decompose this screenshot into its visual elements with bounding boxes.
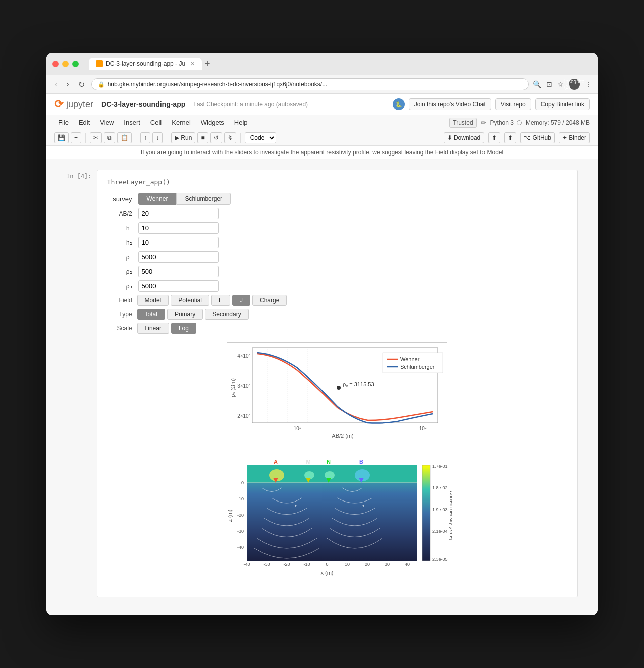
menu-edit[interactable]: Edit bbox=[75, 117, 94, 128]
toolbar: 💾 + ✂ ⧉ 📋 ↑ ↓ ▶ Run ■ ↺ ↯ Code ⬇ Downloa… bbox=[46, 130, 598, 146]
minimize-button[interactable] bbox=[62, 61, 69, 67]
back-button[interactable]: ‹ bbox=[52, 79, 60, 90]
svg-text:2.3e-05: 2.3e-05 bbox=[432, 557, 448, 562]
svg-text:ρₐ (Ωm): ρₐ (Ωm) bbox=[230, 378, 236, 397]
refresh-button[interactable]: ↻ bbox=[76, 79, 87, 90]
traffic-lights bbox=[52, 61, 79, 67]
bookmark-icon[interactable]: ☆ bbox=[557, 80, 564, 88]
nav-icons: 🔍 ⊡ ☆ Incognito (2) ⋮ bbox=[533, 79, 592, 90]
svg-text:0: 0 bbox=[326, 562, 329, 567]
search-icon[interactable]: 🔍 bbox=[533, 80, 541, 88]
svg-text:-30: -30 bbox=[237, 529, 244, 534]
upload-button[interactable]: ⬆ bbox=[488, 132, 500, 143]
stop-button[interactable]: ■ bbox=[197, 132, 208, 143]
svg-text:AB/2 (m): AB/2 (m) bbox=[332, 433, 354, 439]
scale-row: Scale Linear Log bbox=[107, 323, 567, 334]
restart-button[interactable]: ↺ bbox=[210, 132, 222, 143]
svg-text:x (m): x (m) bbox=[321, 570, 334, 576]
add-cell-button[interactable]: + bbox=[71, 132, 81, 143]
download-button[interactable]: ⬇ Download bbox=[444, 132, 485, 143]
svg-text:B: B bbox=[359, 459, 363, 465]
type-primary-btn[interactable]: Primary bbox=[167, 309, 203, 320]
menu-file[interactable]: File bbox=[54, 117, 73, 128]
restart-run-button[interactable]: ↯ bbox=[224, 132, 236, 143]
move-up-button[interactable]: ↑ bbox=[140, 132, 150, 143]
save-button[interactable]: 💾 bbox=[54, 132, 69, 143]
checkpoint-info: Last Checkpoint: a minute ago (autosaved… bbox=[193, 101, 308, 108]
cell-label: In [4]: bbox=[66, 170, 92, 597]
menu-icon[interactable]: ⋮ bbox=[585, 80, 592, 88]
menu-widgets[interactable]: Widgets bbox=[197, 117, 228, 128]
forward-button[interactable]: › bbox=[64, 79, 71, 90]
move-down-button[interactable]: ↓ bbox=[152, 132, 163, 143]
visit-repo-button[interactable]: Visit repo bbox=[495, 98, 531, 110]
paste-button[interactable]: 📋 bbox=[117, 132, 132, 143]
menu-cell[interactable]: Cell bbox=[146, 117, 166, 128]
menu-insert[interactable]: Insert bbox=[120, 117, 144, 128]
copy-button[interactable]: ⧉ bbox=[104, 132, 115, 143]
field-j-btn[interactable]: J bbox=[232, 295, 250, 306]
run-button[interactable]: ▶ Run bbox=[171, 132, 195, 143]
field-model-btn[interactable]: Model bbox=[137, 295, 169, 306]
mac-window: DC-3-layer-sounding-app - Ju ✕ + ‹ › ↻ 🔒… bbox=[46, 53, 598, 615]
svg-text:Wenner: Wenner bbox=[400, 356, 420, 362]
binder-button[interactable]: ✦ Binder bbox=[559, 132, 590, 143]
survey-wenner-btn[interactable]: Wenner bbox=[138, 193, 177, 205]
param-rho1-input[interactable] bbox=[138, 251, 219, 263]
tab-bar: DC-3-layer-sounding-app - Ju ✕ + bbox=[89, 58, 592, 70]
svg-text:-40: -40 bbox=[237, 545, 244, 550]
cell-type-select[interactable]: Code bbox=[245, 132, 276, 143]
svg-text:-20: -20 bbox=[284, 562, 290, 567]
type-secondary-btn[interactable]: Secondary bbox=[205, 309, 248, 320]
menu-help[interactable]: Help bbox=[230, 117, 252, 128]
svg-point-9 bbox=[337, 386, 341, 390]
svg-text:Schlumberger: Schlumberger bbox=[400, 364, 435, 370]
svg-text:2×10³: 2×10³ bbox=[237, 413, 251, 419]
param-ab2-label: AB/2 bbox=[107, 210, 132, 217]
field-e-btn[interactable]: E bbox=[211, 295, 230, 306]
svg-text:A: A bbox=[274, 459, 278, 465]
tab-close-icon[interactable]: ✕ bbox=[190, 61, 195, 67]
edit-trusted-icon[interactable]: ✏ bbox=[481, 119, 486, 126]
copy-binder-button[interactable]: Copy Binder link bbox=[535, 98, 590, 110]
cast-icon[interactable]: ⊡ bbox=[546, 80, 552, 88]
menu-bar: File Edit View Insert Cell Kernel Widget… bbox=[46, 115, 598, 130]
svg-text:40: 40 bbox=[405, 562, 410, 567]
type-total-btn[interactable]: Total bbox=[137, 309, 165, 320]
browser-tab[interactable]: DC-3-layer-sounding-app - Ju ✕ bbox=[89, 58, 202, 70]
github-button[interactable]: ⌥ GitHub bbox=[520, 132, 555, 143]
jupyter-header: ⟳ jupyter DC-3-layer-sounding-app Last C… bbox=[46, 94, 598, 115]
jupyter-logo-icon: ⟳ bbox=[54, 98, 63, 111]
join-video-button[interactable]: Join this repo's Video Chat bbox=[409, 98, 491, 110]
param-h1-input[interactable] bbox=[138, 222, 219, 234]
param-ab2-input[interactable] bbox=[138, 208, 219, 219]
cut-button[interactable]: ✂ bbox=[90, 132, 102, 143]
svg-text:1.8e-02: 1.8e-02 bbox=[432, 485, 448, 490]
trusted-badge: Trusted bbox=[449, 118, 476, 128]
maximize-button[interactable] bbox=[72, 61, 79, 67]
param-h2-input[interactable] bbox=[138, 237, 219, 248]
chart2-container: A M N B 0 -10 -20 -30 -4 bbox=[107, 450, 567, 581]
url-text: hub.gke.mybinder.org/user/simpeg-researc… bbox=[108, 81, 328, 88]
field-potential-btn[interactable]: Potential bbox=[171, 295, 209, 306]
field-charge-btn[interactable]: Charge bbox=[252, 295, 287, 306]
code-cell: In [4]: ThreeLayer_app() survey Wenner S… bbox=[66, 170, 578, 597]
menu-kernel[interactable]: Kernel bbox=[168, 117, 195, 128]
svg-text:ρₐ = 3115.53: ρₐ = 3115.53 bbox=[343, 381, 374, 387]
param-rho3-input[interactable] bbox=[138, 280, 219, 292]
share-button[interactable]: ⬆ bbox=[504, 132, 516, 143]
python-badge: 🐍 bbox=[393, 98, 405, 110]
param-rho2-input[interactable] bbox=[138, 266, 219, 277]
notebook-title[interactable]: DC-3-layer-sounding-app bbox=[101, 100, 185, 108]
header-right: 🐍 Join this repo's Video Chat Visit repo… bbox=[393, 98, 590, 110]
menu-view[interactable]: View bbox=[96, 117, 118, 128]
svg-text:N: N bbox=[327, 459, 331, 465]
address-bar[interactable]: 🔒 hub.gke.mybinder.org/user/simpeg-resea… bbox=[91, 78, 529, 90]
close-button[interactable] bbox=[52, 61, 59, 67]
scale-linear-btn[interactable]: Linear bbox=[137, 323, 169, 334]
scale-log-btn[interactable]: Log bbox=[171, 323, 196, 334]
widget-area: ThreeLayer_app() survey Wenner Schlumber… bbox=[97, 170, 578, 597]
jupyter-text: jupyter bbox=[66, 99, 93, 110]
new-tab-button[interactable]: + bbox=[205, 59, 210, 68]
survey-schlumberger-btn[interactable]: Schlumberger bbox=[176, 193, 231, 205]
